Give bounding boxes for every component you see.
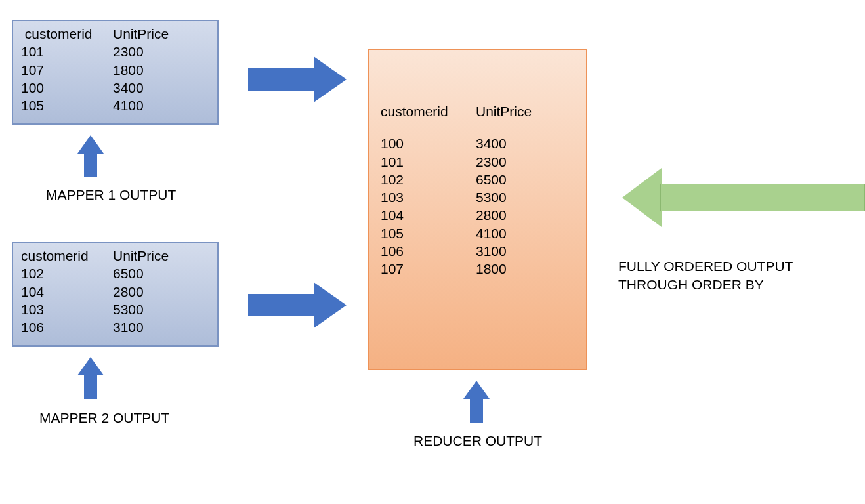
arrow-right-icon (248, 56, 347, 102)
table-cell: 100 (21, 79, 113, 96)
table-cell: 105 (21, 96, 113, 114)
table-cell: 3100 (113, 318, 179, 336)
reducer-box: customerid UnitPrice 1003400 1012300 102… (368, 49, 587, 370)
table-cell: 1800 (476, 260, 541, 278)
table-cell: 4100 (476, 224, 541, 242)
table-cell: 104 (21, 283, 113, 301)
table-cell: 1800 (113, 61, 179, 79)
arrow-up-icon (463, 381, 490, 423)
table-cell: 6500 (476, 171, 541, 188)
arrow-right-icon (248, 282, 347, 328)
table-cell: 3400 (476, 135, 541, 152)
mapper2-label: MAPPER 2 OUTPUT (39, 410, 169, 426)
mapper2-col1-header: customerid (21, 247, 113, 264)
reducer-label: REDUCER OUTPUT (413, 433, 542, 449)
table-cell: 103 (21, 301, 113, 318)
table-cell: 106 (381, 242, 476, 260)
mapper2-table: customerid UnitPrice 1026500 1042800 103… (21, 247, 209, 336)
table-cell: 4100 (113, 96, 179, 114)
table-cell: 2300 (476, 153, 541, 171)
table-cell: 2800 (476, 206, 541, 224)
table-cell: 3400 (113, 79, 179, 96)
table-cell: 107 (381, 260, 476, 278)
mapper2-col2-header: UnitPrice (113, 247, 179, 264)
table-cell: 101 (381, 153, 476, 171)
table-cell: 100 (381, 135, 476, 152)
table-cell: 102 (21, 264, 113, 282)
mapper1-box: customerid UnitPrice 1012300 1071800 100… (12, 20, 219, 125)
reducer-col1-header: customerid (381, 102, 476, 120)
table-cell: 102 (381, 171, 476, 188)
table-cell: 3100 (476, 242, 541, 260)
table-cell: 105 (381, 224, 476, 242)
table-cell: 5300 (113, 301, 179, 318)
arrow-left-icon (622, 168, 865, 227)
annotation-text: FULLY ORDERED OUTPUT THROUGH ORDER BY (618, 257, 793, 295)
table-cell: 2800 (113, 283, 179, 301)
reducer-table: customerid UnitPrice 1003400 1012300 102… (381, 102, 574, 278)
table-cell: 106 (21, 318, 113, 336)
arrow-up-icon (77, 135, 104, 177)
table-cell: 104 (381, 206, 476, 224)
mapper1-table: customerid UnitPrice 1012300 1071800 100… (21, 25, 209, 114)
table-cell: 101 (21, 43, 113, 60)
annotation-line1: FULLY ORDERED OUTPUT (618, 257, 793, 276)
arrow-up-icon (77, 357, 104, 399)
table-cell: 2300 (113, 43, 179, 60)
mapper2-box: customerid UnitPrice 1026500 1042800 103… (12, 242, 219, 346)
table-cell: 107 (21, 61, 113, 79)
mapper1-col2-header: UnitPrice (113, 25, 179, 43)
reducer-col2-header: UnitPrice (476, 102, 541, 120)
mapper1-col1-header: customerid (21, 25, 113, 43)
table-cell: 103 (381, 188, 476, 206)
mapper1-label: MAPPER 1 OUTPUT (46, 187, 176, 203)
table-cell: 6500 (113, 264, 179, 282)
table-cell: 5300 (476, 188, 541, 206)
annotation-line2: THROUGH ORDER BY (618, 276, 793, 294)
